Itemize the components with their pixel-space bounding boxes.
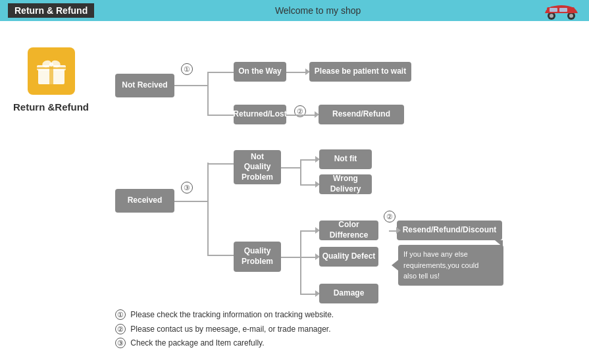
node-on-the-way: On the Way xyxy=(234,62,286,82)
line-to-rl xyxy=(207,115,234,116)
node-not-quality-problem: Not Quality Problem xyxy=(234,150,281,184)
line-to-otw xyxy=(207,72,234,73)
circle-2-qp: ② xyxy=(384,211,396,222)
line-fork-rl xyxy=(207,85,209,115)
node-quality-problem: Quality Problem xyxy=(234,242,281,272)
fn-circle-2: ② xyxy=(115,324,126,334)
line-otw-pbp xyxy=(286,72,306,73)
svg-rect-10 xyxy=(37,67,66,69)
line-to-dmg xyxy=(300,294,317,295)
line-to-qd xyxy=(300,257,317,258)
line-rl-rr xyxy=(286,115,316,116)
header-title: Return & Refund xyxy=(8,3,94,18)
svg-point-2 xyxy=(550,14,553,18)
line-fork-otw xyxy=(207,72,209,85)
footnotes: ① Please check the tracking information … xyxy=(115,308,334,351)
line-qp-v xyxy=(300,230,301,294)
arrow-to-rrd xyxy=(396,227,401,234)
node-not-received: Not Recived xyxy=(115,74,174,97)
line-nr-fork xyxy=(174,85,207,86)
svg-point-13 xyxy=(49,63,53,66)
line-to-wd xyxy=(300,184,317,186)
note-box: If you have any else requirements,you co… xyxy=(398,245,503,286)
car-icon xyxy=(542,1,581,20)
fn-circle-1: ① xyxy=(115,309,126,320)
fn-circle-3: ③ xyxy=(115,338,126,348)
main-content: Return &Refund Not Recived ① On the Way … xyxy=(0,21,589,364)
node-color-difference: Color Difference xyxy=(319,221,378,240)
line-recv-fork xyxy=(174,201,207,202)
node-received: Received xyxy=(115,189,174,213)
line-qp-fork xyxy=(281,257,301,258)
footnote-3: ③ Check the package and Item carefully. xyxy=(115,336,334,351)
node-please-wait: Please be patient to wait xyxy=(309,62,411,82)
left-panel: Return &Refund xyxy=(0,28,102,357)
footnote-1: ① Please check the tracking information … xyxy=(115,308,334,323)
header: Return & Refund Welcome to my shop xyxy=(0,0,589,21)
node-quality-defect: Quality Defect xyxy=(319,247,378,267)
svg-rect-5 xyxy=(550,8,557,12)
line-main-v xyxy=(207,163,209,255)
circle-3: ③ xyxy=(181,182,193,194)
header-welcome: Welcome to my shop xyxy=(94,5,542,16)
line-nqp-v xyxy=(300,159,301,184)
node-wrong-delivery: Wrong Delivery xyxy=(319,174,372,194)
node-not-fit: Not fit xyxy=(319,149,372,169)
footnote-2: ② Please contact us by meesage, e-mail, … xyxy=(115,323,334,337)
line-nqp-fork xyxy=(281,167,301,169)
gift-icon xyxy=(28,47,75,95)
logo-text: Return &Refund xyxy=(13,101,89,113)
node-damage: Damage xyxy=(319,284,378,303)
line-to-cd xyxy=(300,230,317,232)
node-resend-refund-discount: Resend/Refund/Discount xyxy=(397,221,502,240)
line-to-nqp xyxy=(207,163,234,165)
diagram: Not Recived ① On the Way Please be patie… xyxy=(102,34,589,357)
svg-rect-6 xyxy=(559,8,567,12)
circle-1-top: ① xyxy=(181,63,193,75)
line-to-nf xyxy=(300,159,317,161)
line-to-qp xyxy=(207,255,234,256)
node-returned-lost: Returned/Lost xyxy=(234,105,286,124)
node-resend-refund-top: Resend/Refund xyxy=(319,105,404,124)
svg-point-3 xyxy=(569,14,573,18)
